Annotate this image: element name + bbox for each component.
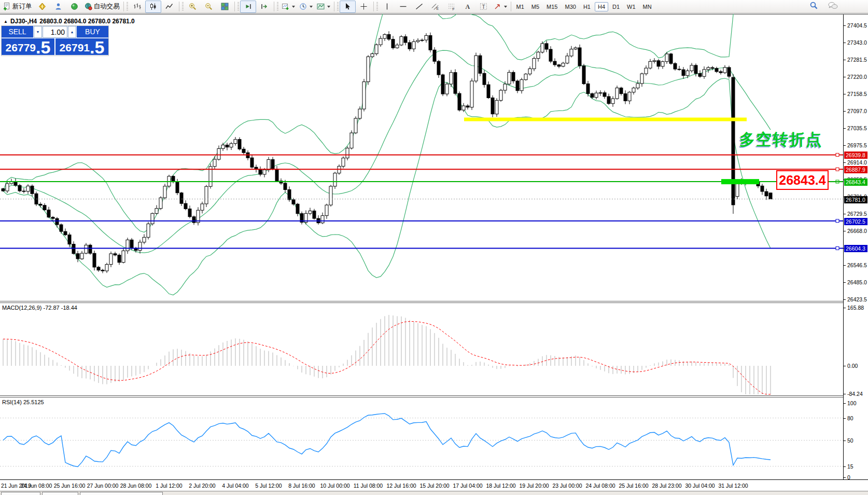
volume-decrease-button[interactable]: ▼: [34, 26, 42, 38]
indicators-dropdown-caret[interactable]: [327, 6, 330, 8]
toolbar-grip[interactable]: [237, 2, 239, 11]
toolbar-grip[interactable]: [182, 2, 184, 11]
new-chart-button[interactable]: [279, 1, 297, 13]
timeframe-d1-button[interactable]: D1: [609, 2, 623, 11]
toolbar-grip[interactable]: [127, 2, 128, 11]
price-axis-tick: 26975.5: [844, 142, 867, 148]
bollinger-band: [3, 14, 771, 232]
text-label-button[interactable]: T: [475, 1, 492, 13]
level-anchor[interactable]: [836, 219, 839, 223]
timeframe-m5-button[interactable]: M5: [528, 2, 542, 11]
fibonacci-retracement-button[interactable]: F: [443, 1, 459, 13]
tile-windows-button[interactable]: [217, 1, 233, 13]
price-chart[interactable]: [0, 14, 843, 301]
candle-body: [425, 35, 428, 40]
metaeditor-icon: [38, 3, 46, 10]
chart-candlesticks-button[interactable]: [145, 1, 161, 13]
level-anchor[interactable]: [836, 246, 839, 250]
symbol-period-label: DJ30-,H4: [10, 18, 37, 25]
equidistant-channel-button[interactable]: E: [427, 1, 443, 13]
equidistant-channel-icon: E: [431, 3, 439, 10]
chat-icon[interactable]: [828, 2, 838, 12]
candle-body: [483, 73, 486, 85]
window-tab[interactable]: [80, 492, 163, 495]
timeframe-mn-button[interactable]: MN: [640, 2, 655, 11]
toolbar-grip[interactable]: [376, 2, 378, 11]
candle-body: [126, 240, 129, 251]
candle-body: [458, 93, 461, 110]
indicators-button[interactable]: [315, 1, 332, 13]
candle-body: [325, 205, 328, 216]
volume-input[interactable]: [43, 26, 67, 38]
timeframe-m30-button[interactable]: M30: [562, 2, 579, 11]
zoom-out-button[interactable]: [201, 1, 217, 13]
trend-line-button[interactable]: [411, 1, 427, 13]
candle-body: [429, 35, 432, 50]
candle-body: [591, 93, 594, 97]
level-anchor[interactable]: [836, 168, 839, 171]
level-anchor[interactable]: [836, 153, 839, 156]
text-button[interactable]: A: [459, 1, 475, 13]
zoom-in-button[interactable]: [185, 1, 201, 13]
yellow-support-line[interactable]: [464, 118, 747, 121]
arrows-button[interactable]: [492, 1, 509, 13]
toolbar-grip[interactable]: [337, 2, 339, 11]
window-tab[interactable]: [1, 492, 40, 495]
candle-body: [570, 49, 573, 56]
macd-indicator-pane[interactable]: [0, 303, 843, 395]
vertical-line-button[interactable]: [379, 1, 395, 13]
candle-body: [537, 52, 540, 58]
timeframe-m15-button[interactable]: M15: [543, 2, 561, 11]
chart-shift-button[interactable]: [256, 1, 272, 13]
new-order-button[interactable]: 新订单: [1, 1, 34, 13]
candle-body: [80, 253, 83, 259]
mql5-community-button[interactable]: [50, 1, 66, 13]
arrows-dropdown-caret[interactable]: [504, 6, 507, 8]
time-axis-label: 17 Jul 04:00: [453, 483, 482, 489]
candle-body: [105, 265, 108, 271]
crosshair-button[interactable]: [356, 1, 372, 13]
horizontal-line-button[interactable]: [395, 1, 411, 13]
candle-body: [723, 67, 726, 73]
price-axis[interactable]: 27404.527343.027281.527220.027158.527097…: [843, 15, 868, 479]
macd-signal-line: [3, 322, 771, 395]
chart-line-button[interactable]: [161, 1, 177, 13]
sell-button[interactable]: SELL: [2, 26, 33, 38]
window-tab[interactable]: [42, 492, 78, 495]
candle-body: [184, 203, 187, 209]
svg-text:E: E: [436, 7, 439, 10]
time-axis-label: 31 Jul 12:00: [718, 483, 748, 489]
time-axis[interactable]: 21 Jun 201924 Jun 08:0025 Jun 16:0027 Ju…: [0, 479, 868, 491]
auto-scroll-button[interactable]: [240, 1, 256, 13]
cursor-button[interactable]: [340, 1, 356, 13]
candle-body: [466, 106, 469, 107]
candle-body: [375, 45, 378, 53]
candle-body: [68, 235, 71, 244]
buy-price[interactable]: 26791 .5: [55, 38, 108, 55]
rsi-indicator-pane[interactable]: [0, 397, 843, 479]
candle-body: [553, 61, 556, 65]
volume-increase-button[interactable]: ▲: [68, 26, 76, 38]
toolbar-grip[interactable]: [277, 2, 278, 11]
chart-bars-button[interactable]: [129, 1, 145, 13]
collapse-panel-icon[interactable]: ▲: [4, 19, 8, 24]
auto-trading-button[interactable]: 自动交易: [82, 1, 122, 13]
green-highlight-box[interactable]: [721, 179, 759, 184]
periods-dropdown-caret[interactable]: [310, 6, 313, 8]
chart-ohlc-readout: ▲ DJ30-,H4 26803.0 26804.0 26780.0 26781…: [4, 18, 135, 25]
search-icon[interactable]: [809, 1, 818, 12]
periods-button[interactable]: [297, 1, 315, 13]
metaeditor-button[interactable]: [34, 1, 50, 13]
signals-button[interactable]: [66, 1, 82, 13]
timeframe-h1-button[interactable]: H1: [580, 2, 594, 11]
trend-line-icon: [415, 3, 423, 10]
timeframe-h4-button[interactable]: H4: [595, 2, 608, 11]
toolbar-separator: [234, 2, 235, 11]
new-chart-dropdown-caret[interactable]: [292, 6, 295, 8]
candle-body: [433, 50, 436, 61]
buy-button[interactable]: BUY: [77, 26, 108, 38]
sell-price[interactable]: 26779 .5: [2, 38, 54, 55]
timeframe-w1-button[interactable]: W1: [624, 2, 639, 11]
timeframe-m1-button[interactable]: M1: [513, 2, 527, 11]
candle-body: [89, 245, 92, 253]
